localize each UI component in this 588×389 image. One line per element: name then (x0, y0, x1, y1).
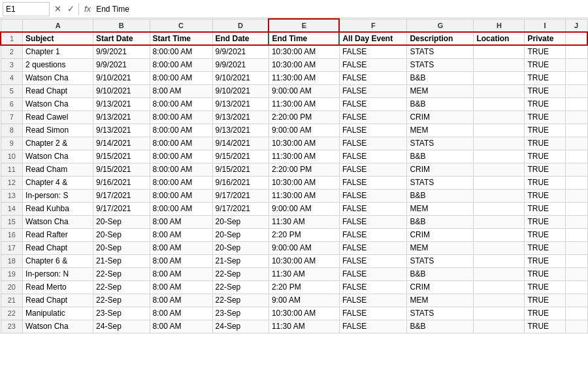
cell-row7[interactable] (565, 110, 587, 124)
cell-row21[interactable] (565, 294, 587, 307)
cell-row5[interactable]: 9:00:00 AM (269, 84, 339, 97)
cell-row2[interactable]: 9/9/2021 (212, 45, 269, 58)
col-header-b[interactable]: B (93, 19, 150, 32)
cell-row2[interactable]: FALSE (339, 45, 406, 58)
cell-row14[interactable]: MEM (407, 202, 474, 215)
cell-row23[interactable]: 24-Sep (212, 320, 269, 333)
cell-row4[interactable]: 9/10/2021 (212, 71, 269, 84)
cell-row23[interactable]: B&B (407, 320, 474, 333)
cell-row15[interactable]: Watson Cha (23, 215, 93, 228)
cell-row12[interactable]: Chapter 4 & (23, 176, 93, 189)
cell-row17[interactable]: 20-Sep (212, 241, 269, 254)
cell-row13[interactable]: 9/17/2021 (212, 189, 269, 202)
cell-row14[interactable]: 9:00:00 AM (269, 202, 339, 215)
cell-row3[interactable]: 9/9/2021 (93, 58, 150, 71)
cell-row11[interactable]: 2:20:00 PM (269, 163, 339, 176)
cell-row8[interactable]: 8:00:00 AM (150, 124, 212, 137)
cell-row6[interactable]: 8:00:00 AM (150, 97, 212, 110)
cell-row2[interactable]: TRUE (525, 45, 565, 58)
cell-row6[interactable]: FALSE (339, 97, 406, 110)
cell-row6[interactable] (474, 97, 525, 110)
cell-row12[interactable]: STATS (407, 176, 474, 189)
cell-row4[interactable]: 11:30:00 AM (269, 71, 339, 84)
cell-row22[interactable]: 10:30:00 AM (269, 307, 339, 320)
cell-row3[interactable] (474, 58, 525, 71)
cell-row4[interactable]: TRUE (525, 71, 565, 84)
cell-row15[interactable]: 11:30 AM (269, 215, 339, 228)
cell-row19[interactable]: B&B (407, 267, 474, 280)
cell-row2[interactable]: 8:00:00 AM (150, 45, 212, 58)
cell-row19[interactable] (474, 267, 525, 280)
cell-row13[interactable]: 9/17/2021 (93, 189, 150, 202)
cell-row2[interactable]: STATS (407, 45, 474, 58)
cell-row17[interactable]: 20-Sep (93, 241, 150, 254)
cell-row9[interactable]: STATS (407, 137, 474, 150)
cell-row18[interactable] (565, 254, 587, 267)
cell-row13[interactable]: TRUE (525, 189, 565, 202)
cell-row19[interactable]: TRUE (525, 267, 565, 280)
cell-row4[interactable]: 8:00:00 AM (150, 71, 212, 84)
col-header-g[interactable]: G (407, 19, 474, 32)
cell-row11[interactable] (565, 163, 587, 176)
cell-row16[interactable]: 8:00 AM (150, 228, 212, 241)
cell-row21[interactable]: 22-Sep (93, 294, 150, 307)
cell-row22[interactable] (474, 307, 525, 320)
cell-row20[interactable]: 22-Sep (93, 280, 150, 294)
cell-row8[interactable] (565, 124, 587, 137)
cell-row18[interactable]: Chapter 6 & (23, 254, 93, 267)
cell-row2[interactable] (565, 45, 587, 58)
cell-row14[interactable]: FALSE (339, 202, 406, 215)
cell-row20[interactable] (474, 280, 525, 294)
cell-row3[interactable]: 8:00:00 AM (150, 58, 212, 71)
cell-row23[interactable] (474, 320, 525, 333)
cell-row9[interactable]: 9/14/2021 (93, 137, 150, 150)
cell-row18[interactable] (474, 254, 525, 267)
cell-row19[interactable]: 8:00 AM (150, 267, 212, 280)
cell-row11[interactable]: FALSE (339, 163, 406, 176)
cell-row13[interactable]: B&B (407, 189, 474, 202)
cell-row12[interactable]: 10:30:00 AM (269, 176, 339, 189)
cell-row5[interactable]: FALSE (339, 84, 406, 97)
cell-row13[interactable]: FALSE (339, 189, 406, 202)
cell-row12[interactable]: TRUE (525, 176, 565, 189)
cell-row14[interactable]: 9/17/2021 (93, 202, 150, 215)
cell-row9[interactable]: 8:00:00 AM (150, 137, 212, 150)
cell-row14[interactable] (474, 202, 525, 215)
cell-row8[interactable]: 9/13/2021 (212, 124, 269, 137)
cell-row16[interactable] (474, 228, 525, 241)
cell-row14[interactable]: Read Kuhba (23, 202, 93, 215)
cell-e1[interactable]: End Time (269, 32, 339, 45)
cell-row4[interactable]: 9/10/2021 (93, 71, 150, 84)
cell-row21[interactable] (474, 294, 525, 307)
cell-row3[interactable]: 2 questions (23, 58, 93, 71)
cell-row4[interactable]: FALSE (339, 71, 406, 84)
cell-row8[interactable]: FALSE (339, 124, 406, 137)
cell-row7[interactable]: 2:20:00 PM (269, 110, 339, 124)
cell-row21[interactable]: 22-Sep (212, 294, 269, 307)
cell-row19[interactable]: FALSE (339, 267, 406, 280)
cell-d1[interactable]: End Date (212, 32, 269, 45)
cell-row8[interactable]: Read Simon (23, 124, 93, 137)
cell-row7[interactable]: Read Cawel (23, 110, 93, 124)
cell-row16[interactable]: FALSE (339, 228, 406, 241)
cell-row13[interactable] (474, 189, 525, 202)
cell-row18[interactable]: 10:30:00 AM (269, 254, 339, 267)
cell-g1[interactable]: Description (407, 32, 474, 45)
cross-icon[interactable]: ✕ (52, 4, 63, 14)
cell-row17[interactable]: TRUE (525, 241, 565, 254)
cell-row17[interactable] (565, 241, 587, 254)
cell-row16[interactable]: 2:20 PM (269, 228, 339, 241)
cell-row11[interactable]: CRIM (407, 163, 474, 176)
cell-row2[interactable]: Chapter 1 (23, 45, 93, 58)
cell-row20[interactable]: 8:00 AM (150, 280, 212, 294)
cell-row5[interactable] (474, 84, 525, 97)
cell-row16[interactable] (565, 228, 587, 241)
cell-row4[interactable]: B&B (407, 71, 474, 84)
col-header-c[interactable]: C (150, 19, 212, 32)
cell-row22[interactable]: 8:00 AM (150, 307, 212, 320)
cell-row19[interactable]: 22-Sep (93, 267, 150, 280)
cell-row13[interactable]: In-person: S (23, 189, 93, 202)
cell-b1[interactable]: Start Date (93, 32, 150, 45)
cell-a1[interactable]: Subject (23, 32, 93, 45)
cell-row18[interactable]: 21-Sep (212, 254, 269, 267)
